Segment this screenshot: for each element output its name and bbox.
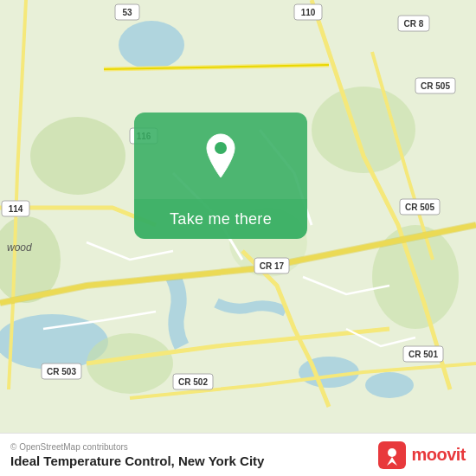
svg-point-4: [365, 372, 414, 398]
footer: © OpenStreetMap contributors Ideal Tempe…: [0, 433, 476, 476]
moovit-logo[interactable]: moovit: [378, 441, 466, 469]
svg-text:CR 505: CR 505: [405, 203, 434, 212]
location-name: Ideal Temperature Control, New York City: [10, 453, 264, 468]
svg-text:110: 110: [301, 8, 316, 17]
svg-text:CR 17: CR 17: [260, 261, 285, 271]
moovit-text: moovit: [411, 445, 466, 465]
pin-container: [134, 113, 307, 199]
moovit-icon: [378, 441, 406, 469]
svg-text:53: 53: [122, 8, 132, 17]
cta-overlay: Take me there: [134, 113, 307, 239]
svg-point-1: [119, 21, 184, 69]
take-me-there-button[interactable]: Take me there: [134, 199, 307, 239]
svg-text:114: 114: [9, 204, 23, 214]
location-pin-icon: [202, 132, 240, 179]
attribution-text: © OpenStreetMap contributors: [10, 442, 264, 452]
map-container: 53 110 CR 8 CR 505 114 116 CR 505 CR 17 …: [0, 0, 476, 433]
svg-text:CR 8: CR 8: [404, 19, 424, 29]
svg-point-34: [215, 142, 227, 154]
svg-text:CR 502: CR 502: [178, 377, 208, 387]
svg-point-36: [388, 448, 396, 457]
svg-text:CR 505: CR 505: [421, 81, 450, 91]
svg-text:CR 501: CR 501: [408, 350, 438, 359]
svg-text:wood: wood: [7, 241, 32, 254]
svg-text:CR 503: CR 503: [47, 367, 76, 376]
svg-point-5: [30, 117, 125, 195]
footer-left: © OpenStreetMap contributors Ideal Tempe…: [10, 442, 264, 468]
